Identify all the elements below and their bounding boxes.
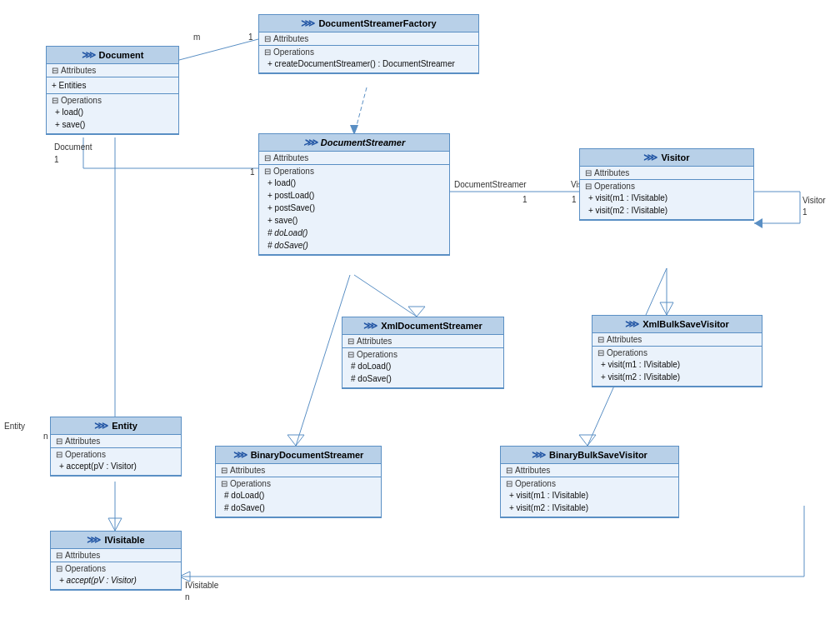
minus-icon-bds-attr: ⊟	[221, 466, 228, 475]
svg-text:n: n	[43, 432, 48, 441]
bds-dosave-item: # doSave()	[224, 502, 372, 514]
svg-text:DocumentStreamer: DocumentStreamer	[454, 180, 527, 189]
class-dsf-operations: ⊟ Operations + createDocumentStreamer() …	[259, 46, 478, 73]
class-xmlds-ops-header: ⊟ Operations	[348, 350, 498, 359]
minus-icon-dsf-attr: ⊟	[264, 34, 271, 43]
class-bbsv-name: BinaryBulkSaveVisitor	[549, 450, 648, 460]
class-xmlbsv: ⋙ XmlBulkSaveVisitor ⊟ Attributes ⊟ Oper…	[592, 315, 762, 387]
xmlbsv-visit1-item: + visit(m1 : IVisitable)	[601, 358, 753, 371]
class-bds-header: ⋙ BinaryDocumentStreamer	[216, 447, 381, 464]
dsf-create-item: + createDocumentStreamer() : DocumentStr…	[268, 57, 470, 70]
class-visitor-header: ⋙ Visitor	[580, 149, 753, 167]
class-bds-operations: ⊟ Operations # doLoad() # doSave()	[216, 477, 381, 517]
class-ds-attr-header: ⊟ Attributes	[264, 153, 444, 162]
minus-icon-xmlbsv-ops: ⊟	[598, 348, 604, 357]
class-dsf-ops-content: + createDocumentStreamer() : DocumentStr…	[264, 57, 473, 71]
entity-accept-item: + accept(pV : Visitor)	[59, 460, 172, 472]
abstract-icon-xmlbsv: ⋙	[625, 318, 639, 330]
minus-icon-bbsv-attr: ⊟	[506, 466, 512, 475]
minus-icon-v-ops: ⊟	[585, 182, 592, 191]
class-dsf-attr-header: ⊟ Attributes	[264, 34, 473, 43]
class-xmlbsv-header: ⋙ XmlBulkSaveVisitor	[592, 316, 762, 333]
bbsv-visit1-item: + visit(m1 : IVisitable)	[509, 489, 670, 502]
minus-icon-ds-attr: ⊟	[264, 153, 271, 162]
class-xmlbsv-name: XmlBulkSaveVisitor	[642, 319, 729, 329]
class-dsf-attributes: ⊟ Attributes	[259, 32, 478, 46]
minus-icon-dsf-ops: ⊟	[264, 47, 271, 57]
svg-text:1: 1	[250, 167, 255, 177]
class-xmlbsv-attr-header: ⊟ Attributes	[598, 335, 757, 344]
svg-text:Entity: Entity	[4, 422, 25, 431]
class-visitor-ops-header: ⊟ Operations	[585, 182, 748, 191]
class-document: ⋙ Document ⊟ Attributes + Entities ⊟ Ope…	[46, 46, 179, 135]
class-dsf-name: DocumentStreamerFactory	[318, 18, 436, 28]
class-bds-name: BinaryDocumentStreamer	[251, 450, 364, 460]
svg-text:1: 1	[54, 155, 59, 164]
svg-text:IVisitable: IVisitable	[185, 581, 219, 590]
class-visitor: ⋙ Visitor ⊟ Attributes ⊟ Operations + vi…	[579, 148, 754, 221]
class-xmlds: ⋙ XmlDocumentStreamer ⊟ Attributes ⊟ Ope…	[342, 317, 504, 389]
class-bbsv-attributes: ⊟ Attributes	[501, 464, 678, 477]
class-ivisitable-name: IVisitable	[104, 535, 144, 545]
class-bbsv-header: ⋙ BinaryBulkSaveVisitor	[501, 447, 678, 464]
class-xmlds-attributes: ⊟ Attributes	[342, 335, 503, 348]
bbsv-visit2-item: + visit(m2 : IVisitable)	[509, 502, 670, 514]
class-xmlbsv-ops-header: ⊟ Operations	[598, 348, 757, 357]
svg-marker-33	[108, 518, 122, 531]
svg-marker-15	[660, 302, 673, 315]
abstract-icon-entity: ⋙	[94, 420, 108, 432]
class-bbsv-ops-content: + visit(m1 : IVisitable) + visit(m2 : IV…	[506, 488, 673, 515]
class-bbsv: ⋙ BinaryBulkSaveVisitor ⊟ Attributes ⊟ O…	[500, 446, 679, 518]
class-bbsv-operations: ⊟ Operations + visit(m1 : IVisitable) + …	[501, 477, 678, 517]
class-document-attributes: ⊟ Attributes	[47, 64, 178, 77]
class-bds-attributes: ⊟ Attributes	[216, 464, 381, 477]
minus-icon-iv-attr: ⊟	[56, 551, 62, 560]
class-entity-ops-content: + accept(pV : Visitor)	[56, 459, 176, 473]
svg-marker-13	[288, 435, 304, 446]
minus-icon-doc-ops: ⊟	[52, 96, 58, 105]
class-visitor-operations: ⊟ Operations + visit(m1 : IVisitable) + …	[580, 180, 753, 220]
minus-icon-bds-ops: ⊟	[221, 479, 228, 488]
class-visitor-attr-header: ⊟ Attributes	[585, 168, 748, 177]
class-document-operations: ⊟ Operations + load() + save()	[47, 94, 178, 134]
class-ds-ops-header: ⊟ Operations	[264, 167, 444, 176]
class-xmlds-attr-header: ⊟ Attributes	[348, 337, 498, 346]
class-bds: ⋙ BinaryDocumentStreamer ⊟ Attributes ⊟ …	[215, 446, 382, 518]
iv-accept-item: + accept(pV : Visitor)	[59, 574, 172, 587]
minus-icon-iv-ops: ⊟	[56, 564, 62, 573]
class-bds-attr-header: ⊟ Attributes	[221, 466, 376, 475]
class-ds: ⋙ DocumentStreamer ⊟ Attributes ⊟ Operat…	[258, 133, 450, 256]
abstract-icon-dsf: ⋙	[301, 17, 315, 29]
class-xmlds-ops-content: # doLoad() # doSave()	[348, 359, 498, 386]
class-entity-ops-header: ⊟ Operations	[56, 450, 176, 459]
class-entity-header: ⋙ Entity	[51, 417, 181, 435]
class-visitor-name: Visitor	[661, 152, 689, 162]
class-xmlbsv-attributes: ⊟ Attributes	[592, 333, 762, 347]
svg-text:Document: Document	[54, 142, 92, 152]
class-dsf-header: ⋙ DocumentStreamerFactory	[259, 15, 478, 32]
class-entity-attributes: ⊟ Attributes	[51, 435, 181, 448]
class-ds-operations: ⊟ Operations + load() + postLoad() + pos…	[259, 165, 449, 255]
minus-icon-xmlds-ops: ⊟	[348, 350, 354, 359]
ds-dosave-item: # doSave()	[268, 239, 441, 252]
svg-text:1: 1	[522, 195, 528, 204]
class-xmlds-operations: ⊟ Operations # doLoad() # doSave()	[342, 348, 503, 388]
minus-icon-entity-attr: ⊟	[56, 437, 62, 446]
minus-icon-ds-ops: ⊟	[264, 167, 271, 176]
class-dsf: ⋙ DocumentStreamerFactory ⊟ Attributes ⊟…	[258, 14, 479, 74]
svg-text:1: 1	[802, 207, 808, 217]
svg-marker-11	[408, 307, 425, 317]
class-ivisitable-header: ⋙ IVisitable	[51, 532, 181, 549]
svg-text:n: n	[185, 592, 190, 602]
bds-doload-item: # doLoad()	[224, 489, 372, 502]
class-visitor-ops-content: + visit(m1 : IVisitable) + visit(m2 : IV…	[585, 191, 748, 217]
abstract-icon-visitor: ⋙	[643, 152, 658, 163]
class-bds-ops-header: ⊟ Operations	[221, 479, 376, 488]
svg-text:Visitor: Visitor	[802, 196, 826, 205]
doc-load-item: + load()	[55, 106, 170, 118]
ds-doload-item: # doLoad()	[268, 227, 441, 239]
minus-icon-doc-attr: ⊟	[52, 66, 58, 75]
svg-line-0	[179, 39, 258, 60]
class-bds-ops-content: # doLoad() # doSave()	[221, 488, 376, 515]
class-document-header: ⋙ Document	[47, 47, 178, 64]
